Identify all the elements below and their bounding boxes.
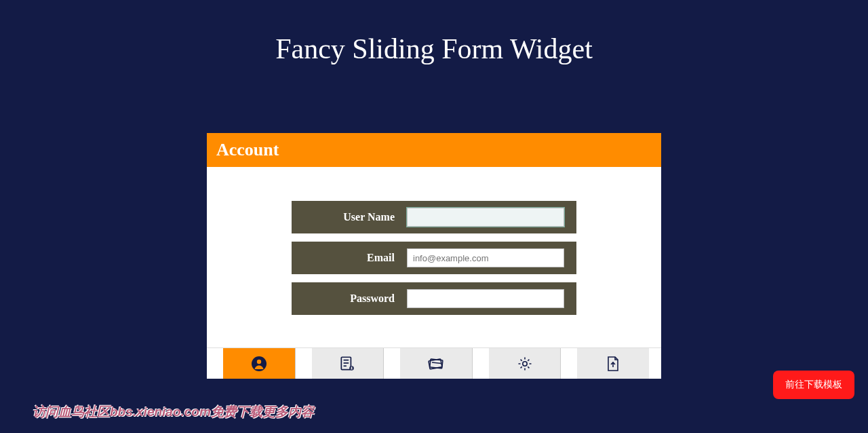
username-input[interactable] [407, 208, 564, 227]
password-label: Password [292, 293, 407, 305]
tab-strip [207, 347, 661, 379]
page-title: Fancy Sliding Form Widget [0, 0, 868, 65]
tab-account[interactable] [223, 348, 296, 379]
form-widget: Account User Name Email Password [207, 133, 661, 379]
username-label: User Name [292, 211, 407, 223]
watermark-text: 访问血鸟社区bbs.xieniao.com免费下载更多内容 [33, 403, 314, 421]
email-input[interactable] [407, 248, 564, 267]
svg-point-7 [351, 366, 353, 368]
email-label: Email [292, 252, 407, 264]
tab-document[interactable] [312, 348, 384, 379]
field-row-email: Email [292, 242, 576, 274]
card-icon [427, 356, 446, 372]
user-icon [251, 356, 267, 372]
svg-line-10 [432, 362, 441, 364]
widget-header: Account [207, 133, 661, 167]
field-row-password: Password [292, 282, 576, 315]
upload-icon [605, 355, 621, 373]
svg-point-11 [522, 361, 526, 365]
tab-payment[interactable] [400, 348, 473, 379]
field-row-username: User Name [292, 201, 576, 233]
download-template-button[interactable]: 前往下载模板 [773, 371, 854, 399]
gear-icon [517, 356, 533, 372]
document-icon [338, 355, 356, 373]
tab-settings[interactable] [489, 348, 561, 379]
password-input[interactable] [407, 289, 564, 308]
tab-upload[interactable] [577, 348, 649, 379]
svg-point-1 [257, 359, 261, 363]
form-body: User Name Email Password [207, 167, 661, 347]
